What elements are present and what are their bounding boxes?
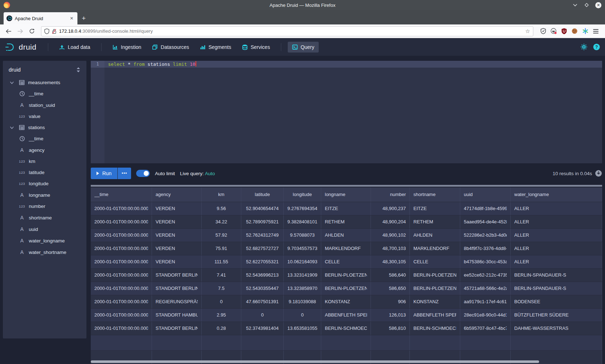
- column-header-latitude[interactable]: latitude: [241, 187, 284, 202]
- tree-column-number[interactable]: 123number: [3, 201, 86, 212]
- cell-km[interactable]: 111.55: [202, 255, 241, 268]
- druid-logo[interactable]: druid: [5, 42, 36, 52]
- cell-latitude[interactable]: 52.5430355447: [241, 282, 284, 295]
- cell-water_longname[interactable]: [511, 335, 602, 350]
- horizontal-scrollbar[interactable]: [91, 360, 539, 363]
- cell-__time[interactable]: 2000-01-01T00:00:00.000Z: [91, 282, 152, 295]
- column-header-number[interactable]: number: [371, 187, 410, 202]
- asterisk-extension-icon[interactable]: [582, 28, 588, 34]
- cell-latitude[interactable]: 52.7624312749: [241, 229, 284, 242]
- cell-longitude[interactable]: 0: [284, 309, 321, 322]
- cell-latitude[interactable]: [241, 335, 284, 350]
- cell-longname[interactable]: KONSTANZ: [321, 295, 371, 308]
- cell-longname[interactable]: ABBENFLETH SPERRWER: [321, 309, 371, 322]
- cell-km[interactable]: 7.41: [202, 269, 241, 282]
- cell-longitude[interactable]: 9.2767694354: [284, 202, 321, 215]
- cell-shortname[interactable]: [410, 335, 460, 350]
- cell-longname[interactable]: MARKLENDORF: [321, 242, 371, 255]
- minimize-icon[interactable]: [572, 2, 578, 8]
- cell-__time[interactable]: 2000-01-01T00:00:00.000Z: [91, 269, 152, 282]
- nav-item-ingestion[interactable]: Ingestion: [108, 42, 146, 53]
- url-bar[interactable]: 172.18.0.4:30899/unified-console.html#qu…: [41, 26, 533, 36]
- cell-shortname[interactable]: AHLDEN: [410, 229, 460, 242]
- cell-km[interactable]: 0.28: [202, 322, 241, 335]
- cell-longname[interactable]: [321, 335, 371, 350]
- insecure-lock-icon[interactable]: [52, 28, 57, 34]
- cell-uuid[interactable]: 47174d8f-1b8e-4599-8a: [460, 202, 511, 215]
- mask-extension-icon[interactable]: [551, 28, 557, 34]
- cell-shortname[interactable]: BERLIN-SCHMOECKWITZ: [410, 322, 460, 335]
- column-header-shortname[interactable]: shortname: [410, 187, 460, 202]
- cell-__time[interactable]: 2000-01-01T00:00:00.000Z: [91, 309, 152, 322]
- cell-km[interactable]: 9.56: [202, 202, 241, 215]
- tree-column-km[interactable]: 123km: [3, 156, 86, 167]
- tree-column-longname[interactable]: Alongname: [3, 189, 86, 201]
- cell-latitude[interactable]: 52.5436996213: [241, 269, 284, 282]
- cell-water_longname[interactable]: DAHME-WASSERSTRAS: [511, 322, 602, 335]
- nav-item-datasources[interactable]: Datasources: [148, 42, 193, 53]
- column-header-longitude[interactable]: longitude: [284, 187, 321, 202]
- close-icon[interactable]: ✕: [595, 2, 601, 8]
- cell-water_longname[interactable]: ALLER: [511, 215, 602, 228]
- cell-number[interactable]: 906: [371, 295, 410, 308]
- cell-latitude[interactable]: 52.3743981404: [241, 322, 284, 335]
- cell-latitude[interactable]: 0: [241, 309, 284, 322]
- cell-agency[interactable]: STANDORT HAMBURG: [152, 309, 202, 322]
- cell-latitude[interactable]: 47.6607501391: [241, 295, 284, 308]
- cell-shortname[interactable]: RETHEM: [410, 215, 460, 228]
- cell-__time[interactable]: 2000-01-01T00:00:00.000Z: [91, 255, 152, 268]
- tree-column-uuid[interactable]: Auuid: [3, 223, 86, 235]
- cell-number[interactable]: 586,810: [371, 322, 410, 335]
- tree-column-__time[interactable]: __time: [3, 133, 86, 144]
- cell-uuid[interactable]: aa9179c1-17ef-4c61-a48: [460, 295, 511, 308]
- cell-agency[interactable]: VERDEN: [152, 229, 202, 242]
- cell-longitude[interactable]: 9.57088073: [284, 229, 321, 242]
- cell-__time[interactable]: [91, 335, 152, 350]
- cell-km[interactable]: 7.5: [202, 282, 241, 295]
- tab-apache-druid[interactable]: Apache Druid ✕: [4, 12, 77, 24]
- cell-agency[interactable]: STANDORT BERLIN: [152, 322, 202, 335]
- pane-splitter[interactable]: [91, 185, 602, 187]
- tracking-shield-icon[interactable]: [44, 28, 49, 34]
- cell-agency[interactable]: REGIERUNGSPRÄSIDIUM: [152, 295, 202, 308]
- tab-close-icon[interactable]: ✕: [69, 16, 75, 21]
- cell-longitude[interactable]: 9.3828408101: [284, 215, 321, 228]
- ublock-extension-icon[interactable]: [561, 28, 567, 34]
- sort-double-caret-icon[interactable]: [75, 67, 81, 72]
- cell-water_longname[interactable]: BÜTZFLETHER SÜDERE: [511, 309, 602, 322]
- cell-km[interactable]: 34.22: [202, 215, 241, 228]
- run-button[interactable]: Run: [91, 168, 117, 179]
- cell-uuid[interactable]: 28ec91e8-90c0-44d1-8fc: [460, 309, 511, 322]
- bookmark-star-icon[interactable]: ☆: [525, 28, 530, 35]
- cell-longitude[interactable]: 13.3231419091: [284, 269, 321, 282]
- cell-longitude[interactable]: [284, 335, 321, 350]
- reload-icon[interactable]: [27, 26, 37, 36]
- tree-column-longitude[interactable]: 123longitude: [3, 178, 86, 189]
- tree-column-water_shortname[interactable]: Awater_shortname: [3, 246, 86, 258]
- cell-shortname[interactable]: KONSTANZ: [410, 295, 460, 308]
- menu-icon[interactable]: [593, 29, 599, 33]
- tree-column-water_longname[interactable]: Awater_longname: [3, 235, 86, 246]
- tree-column-agency[interactable]: Aagency: [3, 144, 86, 156]
- cell-longname[interactable]: EITZE: [321, 202, 371, 215]
- cell-latitude[interactable]: 52.9040654474: [241, 202, 284, 215]
- cell-__time[interactable]: 2000-01-01T00:00:00.000Z: [91, 202, 152, 215]
- cell-uuid[interactable]: ee52ce62-212c-4735-b4: [460, 269, 511, 282]
- cell-agency[interactable]: VERDEN: [152, 242, 202, 255]
- nav-item-segments[interactable]: Segments: [196, 42, 236, 53]
- cell-longitude[interactable]: 10.0621640936: [284, 255, 321, 268]
- cell-km[interactable]: [202, 335, 241, 350]
- cell-__time[interactable]: 2000-01-01T00:00:00.000Z: [91, 295, 152, 308]
- cell-latitude[interactable]: 52.7890975921: [241, 215, 284, 228]
- cell-latitude[interactable]: 52.6227055321: [241, 255, 284, 268]
- column-header-__time[interactable]: __time: [91, 187, 152, 202]
- column-header-uuid[interactable]: uuid: [460, 187, 511, 202]
- column-header-km[interactable]: km: [202, 187, 241, 202]
- live-query-value[interactable]: Auto: [205, 171, 215, 176]
- sql-text[interactable]: select * from stations limit 10: [108, 61, 196, 68]
- settings-gear-icon[interactable]: [581, 44, 587, 50]
- tree-table-stations[interactable]: stations: [3, 122, 86, 133]
- cell-longname[interactable]: BERLIN-SCHMOECKWITZ: [321, 322, 371, 335]
- chevron-down-icon[interactable]: [9, 126, 15, 130]
- tree-column-value[interactable]: 123value: [3, 111, 86, 122]
